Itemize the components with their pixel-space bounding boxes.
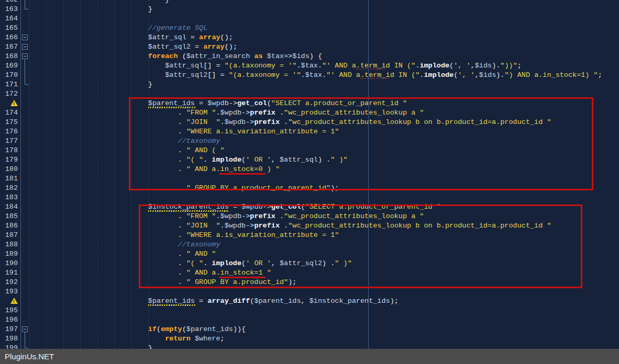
- line-number[interactable]: 164: [0, 14, 18, 24]
- line-number[interactable]: 168: [0, 52, 18, 61]
- code-line[interactable]: //generate SQL: [29, 24, 207, 33]
- line-number[interactable]: 162: [0, 0, 18, 5]
- code-token: =>: [284, 52, 292, 60]
- code-token: $attr_sql: [165, 62, 203, 70]
- code-token: array_diff: [207, 297, 250, 305]
- code-token: [263, 52, 267, 60]
- line-number[interactable]: 171: [0, 80, 18, 89]
- code-token: (: [182, 325, 186, 333]
- code-line[interactable]: }: [29, 80, 152, 89]
- code-line[interactable]: $attr_sql2[] = "(a.taxonomy = '".$tax."'…: [29, 71, 602, 80]
- line-number[interactable]: 163: [0, 5, 18, 14]
- code-token: $ids: [292, 52, 309, 60]
- spellcheck-squiggle: [148, 210, 229, 212]
- code-token: $where: [195, 335, 220, 343]
- line-number[interactable]: 179: [0, 155, 18, 165]
- line-number[interactable]: 191: [0, 268, 18, 278]
- line-number[interactable]: 176: [0, 127, 18, 136]
- line-number[interactable]: 172: [0, 89, 18, 99]
- line-number[interactable]: 189: [0, 249, 18, 259]
- line-number[interactable]: 181: [0, 174, 18, 184]
- line-number[interactable]: 175: [0, 118, 18, 127]
- code-token: }: [165, 0, 169, 4]
- line-number[interactable]: 180: [0, 165, 18, 174]
- line-number[interactable]: 187: [0, 231, 18, 240]
- code-token: $tax: [305, 71, 322, 79]
- code-line[interactable]: foreach ($attr_in_search as $tax=>$ids) …: [29, 52, 322, 61]
- line-number[interactable]: 166: [0, 33, 18, 42]
- code-token: as: [254, 52, 262, 60]
- code-line[interactable]: $attr_sql2 = array();: [29, 42, 237, 52]
- code-token: "(a.taxonomy = '": [229, 71, 301, 79]
- line-number[interactable]: 198: [0, 334, 18, 344]
- line-number[interactable]: 185: [0, 212, 18, 221]
- code-token: $attr_sql2: [165, 71, 207, 79]
- code-token: "))": [500, 62, 517, 70]
- code-token: $tax: [267, 52, 284, 60]
- code-token: .: [301, 71, 305, 79]
- code-token: $attr_in_search: [186, 52, 250, 60]
- line-number[interactable]: 182: [0, 184, 18, 193]
- fold-toggle-icon[interactable]: [22, 53, 28, 59]
- code-token: (: [449, 62, 454, 70]
- code-token: =: [186, 33, 199, 41]
- code-token: ,: [301, 297, 310, 305]
- watermark-label: PluginUs.NET: [5, 349, 619, 364]
- code-token: );: [390, 297, 399, 305]
- code-line[interactable]: if(empty($parent_ids)){: [29, 325, 246, 334]
- code-line[interactable]: }: [29, 0, 169, 5]
- code-token: }: [148, 5, 152, 13]
- line-number[interactable]: 170: [0, 71, 18, 80]
- code-line[interactable]: $attr_sql[] = "(a.taxonomy = '".$tax."' …: [29, 61, 522, 71]
- code-token: [] =: [207, 71, 229, 79]
- code-token: ,: [475, 71, 479, 79]
- code-token: )){: [233, 325, 246, 333]
- line-number[interactable]: 177: [0, 136, 18, 146]
- spellcheck-squiggle: [360, 78, 390, 79]
- code-token: ;: [517, 62, 522, 70]
- fold-toggle-icon[interactable]: [22, 35, 28, 40]
- fold-toggle-icon[interactable]: [22, 44, 28, 50]
- code-line[interactable]: }: [29, 5, 152, 14]
- line-number[interactable]: 184: [0, 202, 18, 212]
- line-number[interactable]: 165: [0, 24, 18, 33]
- code-line[interactable]: $attr_sql = array();: [29, 33, 233, 42]
- code-token: "(a.taxonomy = '": [225, 62, 297, 70]
- code-token: $parent_ids: [148, 297, 195, 305]
- code-token: ;: [598, 71, 602, 79]
- line-number[interactable]: 188: [0, 240, 18, 249]
- line-number[interactable]: 195: [0, 306, 18, 315]
- line-number[interactable]: 197: [0, 325, 18, 334]
- annotation-underline: [219, 277, 266, 278]
- code-token: //generate SQL: [148, 24, 207, 32]
- code-token: $parent_ids: [186, 325, 233, 333]
- code-token: $tax: [301, 62, 318, 70]
- code-token: [] =: [203, 62, 225, 70]
- line-number[interactable]: 183: [0, 193, 18, 202]
- line-number[interactable]: 193: [0, 287, 18, 297]
- code-token: $ids: [475, 62, 492, 70]
- fold-toggle-icon[interactable]: [22, 326, 28, 332]
- warning-icon[interactable]: !: [10, 100, 18, 106]
- code-token: return: [165, 335, 191, 343]
- code-token: ();: [225, 43, 237, 51]
- fold-end-mark: [25, 5, 28, 9]
- code-token: =: [195, 297, 207, 305]
- line-number[interactable]: 174: [0, 108, 18, 118]
- line-number[interactable]: 192: [0, 278, 18, 287]
- warning-icon[interactable]: !: [10, 298, 18, 304]
- line-number[interactable]: 167: [0, 42, 18, 52]
- spellcheck-squiggle: [356, 69, 386, 70]
- code-token: if: [148, 325, 157, 333]
- line-number[interactable]: 169: [0, 61, 18, 71]
- line-number[interactable]: 190: [0, 259, 18, 268]
- line-number[interactable]: 178: [0, 146, 18, 155]
- code-line[interactable]: return $where;: [29, 334, 225, 344]
- code-token: implode: [419, 62, 449, 70]
- spellcheck-squiggle: [148, 304, 195, 306]
- code-token: empty: [161, 325, 182, 333]
- line-number[interactable]: 186: [0, 221, 18, 231]
- code-token: .: [322, 71, 326, 79]
- code-line[interactable]: $parent_ids = array_diff($parent_ids, $i…: [29, 297, 399, 306]
- line-number[interactable]: 196: [0, 315, 18, 325]
